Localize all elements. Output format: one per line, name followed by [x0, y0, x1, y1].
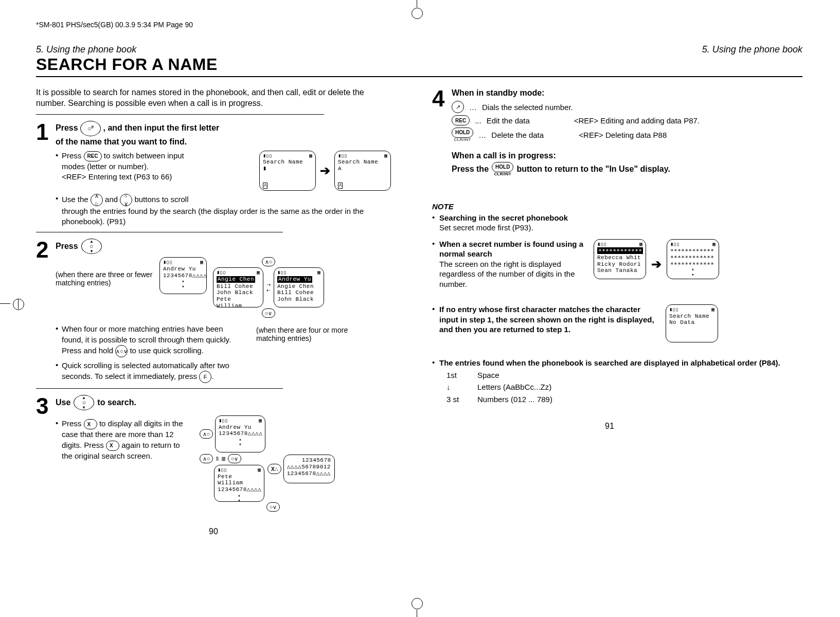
step1-bullet2a: Use the — [62, 195, 88, 204]
up-pill-icon: ∧○ — [200, 454, 213, 463]
crop-mark-bottom — [417, 607, 427, 617]
page-number-left: 90 — [36, 527, 391, 536]
n2s1-l1: ∗∗∗∗∗∗∗∗∗∗∗∗ — [597, 247, 643, 254]
scroll-arrows-icon: ⇢⇠ — [266, 282, 271, 293]
n2s1-l4: Sean Tanaka — [597, 267, 642, 274]
step1-lead1: Press — [56, 123, 78, 132]
crop-mark-left — [0, 303, 10, 314]
up-pill-icon: ∧○ — [262, 257, 275, 266]
s3e-l3: 12345678△△△△ — [287, 470, 331, 477]
arrow-right-icon: ➔ — [320, 164, 330, 178]
step1-bullet1b: to switch between input — [104, 151, 184, 160]
note1-t: Set secret mode first (P93). — [439, 223, 533, 232]
step4-progb: button to return to the "In Use" display… — [516, 164, 670, 175]
step2-sub2: (when there are four or more matching en… — [256, 326, 359, 383]
step4-row2a: Edit the data — [487, 116, 569, 125]
note2-h: When a secret number is found using a no… — [439, 240, 583, 259]
page-spread: *SM-801 PHS/sec5(GB) 00.3.9 5:34 PM Page… — [36, 21, 802, 536]
section-header-left: 5. Using the phone book — [36, 44, 136, 55]
phone-screen-step3-ext: 12345678 △△△△56789012 12345678△△△△ — [283, 455, 335, 483]
crop-mark-top — [417, 0, 427, 10]
s3a-l1: Andrew Yu — [219, 424, 262, 431]
title-rule — [36, 76, 802, 77]
phone-screen-step2-list1: ▮▯▯▦ Angie Chen Bill Cohee John Black Pe… — [213, 267, 263, 307]
page-title: SEARCH FOR A NAME — [36, 55, 802, 74]
s3e-l2: △△△△56789012 — [287, 464, 331, 470]
phone-screen-step2-single: ▮▯▯▦ Andrew Yu 12345678△△△△ ▴▾ — [159, 257, 207, 294]
screen2-title: Search Name — [338, 159, 387, 166]
hold-button-icon: HOLD CLR/INT — [492, 162, 513, 176]
s3b-l2: 12345678△△△△ — [218, 486, 261, 493]
note2-t: The screen on the right is displayed reg… — [439, 260, 575, 288]
step-1: 1 Press ○# , and then input the first le… — [36, 121, 391, 227]
n3-l2: No Data — [669, 319, 714, 326]
step1-bullet1a: Press — [62, 151, 81, 160]
rec-button-icon: REC — [452, 115, 470, 125]
order-r2k: ↓ — [446, 382, 467, 392]
s2a-l2: 12345678△△△△ — [163, 273, 203, 279]
up-button-icon: ∧○ — [91, 194, 103, 206]
x-button-icon: X — [84, 419, 97, 429]
step-number-1: 1 — [36, 121, 56, 227]
up-pill-icon: ∧○ — [200, 429, 213, 439]
step1-bullet1c: modes (letter or number). — [62, 162, 149, 171]
order-r3v: Numbers (012 ... 789) — [477, 394, 552, 405]
s3b-l1: Pete William — [218, 474, 261, 486]
s2l2-4: John Black — [277, 296, 320, 303]
phone-screen-step2-list2: ▮▯▯▦ Andrew Yu Angie Chen Bill Cohee Joh… — [274, 267, 324, 307]
hold-button-icon: HOLD CLR/INT — [452, 128, 473, 142]
n2s1-l2: Rebecca Whit — [597, 255, 642, 261]
note1-h: Searching in the secret phonebook — [439, 213, 568, 222]
down-pill-icon: ○∨ — [262, 308, 275, 318]
note-title: NOTE — [432, 202, 787, 211]
section-header-right: 5. Using the phone book — [702, 44, 802, 55]
call-button-icon: ↗ — [452, 101, 464, 113]
step1-lead2: , and then input the first letter — [103, 123, 220, 132]
scroll-dots-icon: ⥮ ≣ — [215, 456, 226, 462]
step4-row1: Dials the selected number. — [482, 103, 573, 112]
s2l1-3: John Black — [217, 289, 260, 296]
down-pill-icon: ○∨ — [228, 454, 241, 463]
step1-bullet2d: through the entries found by the search … — [62, 207, 364, 226]
step4-row3a: Delete the data — [491, 131, 574, 139]
s3a-l2: 12345678△△△△ — [219, 430, 262, 437]
step-number-3: 3 — [36, 395, 56, 512]
nav-hold-icon: ∧○∨ — [115, 345, 128, 357]
nav-button-icon: ▴○▾ — [81, 239, 102, 254]
phone-screen-step3-a: ▮▯▯▦ Andrew Yu 12345678△△△△ ▴▾ — [215, 415, 265, 452]
s2l2-2: Angie Chen — [277, 283, 320, 290]
intro-text: It is possible to search for names store… — [36, 87, 391, 109]
step2-rule — [36, 232, 283, 232]
step2-bullet2-end: . — [211, 372, 213, 380]
s2l1-1: Angie Chen — [217, 276, 255, 283]
page-number-right: 91 — [432, 422, 787, 431]
step3-lead1: Use — [56, 397, 70, 408]
order-r1k: 1st — [446, 370, 467, 380]
phone-screen-step3-b: ▮▯▯▦ Pete William 12345678△△△△ ▴▾ — [214, 465, 264, 502]
s3e-l1: 12345678 — [287, 457, 331, 464]
s2l2-1: Andrew Yu — [277, 276, 312, 283]
step-4: 4 When in standby mode: ↗ … Dials the se… — [432, 87, 787, 176]
s2l1-2: Bill Cohee — [217, 283, 260, 290]
phone-screen-note2-a: ▮▯▯▦ ∗∗∗∗∗∗∗∗∗∗∗∗ Rebecca Whit Ricky Rod… — [594, 239, 646, 279]
step1-bullet2c: buttons to scroll — [134, 195, 188, 204]
f-button-icon: F — [199, 371, 211, 383]
step2-sub1: (when there are three or fewer matching … — [56, 270, 153, 287]
step2-bullet1a: Press and hold — [62, 346, 113, 355]
arrow-right-icon: ➔ — [651, 256, 662, 272]
phone-screen-step1-right: ▮▯▯▦ Search Name A A — [334, 151, 391, 191]
step4-row3b: <REF> Deleting data P88 — [579, 131, 667, 139]
screen2-mode: A — [338, 183, 343, 189]
screen2-line: A — [338, 166, 387, 172]
step-2: 2 Press ▴○▾ (when there are three or few… — [36, 239, 391, 383]
s2a-l1: Andrew Yu — [163, 266, 203, 273]
order-r2v: Letters (AaBbCc...Zz) — [477, 382, 551, 392]
order-r3k: 3 st — [446, 394, 467, 405]
step-number-4: 4 — [432, 87, 452, 176]
right-column: 4 When in standby mode: ↗ … Dials the se… — [432, 87, 787, 536]
order-r1v: Space — [477, 370, 499, 380]
step4-proga: Press the — [452, 164, 489, 175]
step4-head: When in standby mode: — [452, 87, 787, 99]
n2s2-l2: ∗∗∗∗∗∗∗∗∗∗∗∗ — [670, 254, 716, 261]
phone-screen-note2-b: ▮▯▯▦ ∗∗∗∗∗∗∗∗∗∗∗∗ ∗∗∗∗∗∗∗∗∗∗∗∗ ∗∗∗∗∗∗∗∗∗… — [667, 239, 719, 279]
